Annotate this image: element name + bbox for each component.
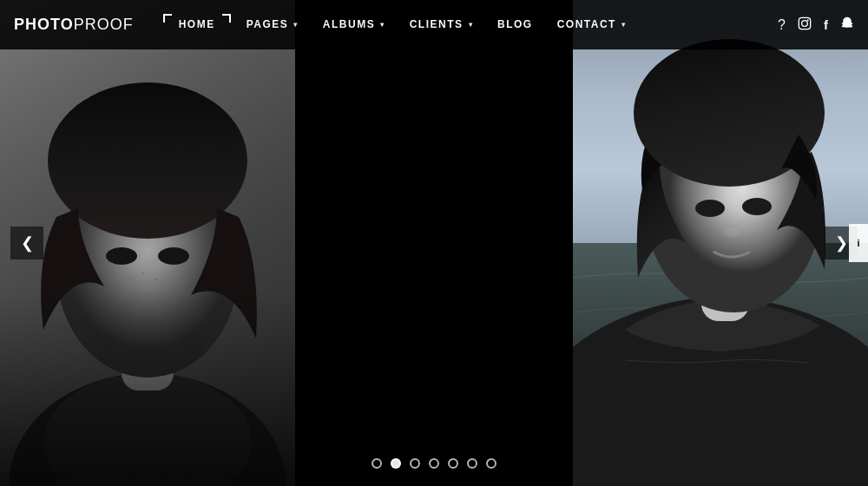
- slide-dot-3[interactable]: [410, 458, 420, 469]
- bracket-tr-icon: [222, 14, 231, 23]
- nav-item-blog[interactable]: BLOG: [485, 0, 545, 49]
- nav-label-contact: CONTACT: [557, 0, 616, 49]
- slide-dot-7[interactable]: [486, 458, 496, 469]
- center-black-panel: [295, 0, 573, 486]
- bracket-tl-icon: [163, 14, 172, 23]
- photo-right-svg: [573, 0, 868, 486]
- nav-label-clients: CLIENTS: [410, 0, 464, 49]
- nav-item-pages[interactable]: PAGES ▾: [234, 0, 311, 49]
- svg-point-23: [724, 228, 740, 237]
- nav-label-albums: ALBUMS: [323, 0, 375, 49]
- slideshow: ❮: [0, 0, 868, 486]
- question-icon[interactable]: ?: [778, 17, 786, 33]
- photo-left-svg: [0, 0, 295, 486]
- prev-arrow-icon: ❮: [21, 233, 34, 253]
- nav-item-contact[interactable]: CONTACT ▾: [545, 0, 639, 49]
- svg-point-2: [807, 19, 809, 21]
- photo-left: [0, 0, 295, 486]
- svg-point-22: [742, 198, 772, 215]
- nav-item-clients[interactable]: CLIENTS ▾: [398, 0, 485, 49]
- nav-item-home[interactable]: HOME: [160, 0, 234, 49]
- info-button[interactable]: i: [849, 224, 868, 262]
- slide-dot-2[interactable]: [391, 458, 401, 469]
- nav-links: HOME PAGES ▾ ALBUMS ▾ CLIENTS ▾ BLOG: [160, 0, 778, 49]
- nav-label-blog: BLOG: [497, 0, 533, 49]
- slide-panel-right: ❯ i: [573, 0, 868, 486]
- nav-link-albums[interactable]: ALBUMS ▾: [311, 0, 398, 49]
- chevron-down-icon-clients: ▾: [469, 0, 474, 49]
- nav-item-albums[interactable]: ALBUMS ▾: [311, 0, 398, 49]
- snapchat-icon[interactable]: [840, 16, 854, 33]
- nav-icons: ? f: [778, 16, 854, 33]
- svg-rect-15: [0, 0, 295, 486]
- slide-dot-1[interactable]: [372, 458, 382, 469]
- nav-label-pages: PAGES: [247, 0, 289, 49]
- instagram-icon[interactable]: [798, 16, 812, 33]
- nav-link-pages[interactable]: PAGES ▾: [234, 0, 311, 49]
- chevron-down-icon-albums: ▾: [380, 0, 385, 49]
- slide-dot-6[interactable]: [467, 458, 477, 469]
- next-arrow-icon: ❯: [835, 233, 848, 253]
- logo-photo: PHOTO: [14, 16, 74, 33]
- photo-right: [573, 0, 868, 486]
- nav-label-home: HOME: [172, 0, 222, 49]
- slide-dot-5[interactable]: [448, 458, 458, 469]
- chevron-down-icon-contact: ▾: [621, 0, 627, 49]
- nav-link-home[interactable]: HOME: [160, 0, 234, 49]
- nav-link-blog[interactable]: BLOG: [485, 0, 545, 49]
- logo-proof: PROOF: [74, 16, 134, 33]
- chevron-down-icon-pages: ▾: [293, 0, 299, 49]
- info-icon: i: [857, 238, 859, 248]
- logo[interactable]: PHOTOPROOF: [14, 16, 134, 34]
- navbar: PHOTOPROOF HOME PAGES ▾ ALBUMS ▾ CLIENTS: [0, 0, 868, 49]
- nav-link-contact[interactable]: CONTACT ▾: [545, 0, 639, 49]
- svg-rect-0: [799, 17, 810, 29]
- slide-panel-left: ❮: [0, 0, 295, 486]
- prev-arrow-button[interactable]: ❮: [10, 227, 43, 259]
- svg-point-21: [695, 200, 725, 217]
- slide-panel-center: [295, 0, 573, 486]
- slide-dots: [372, 458, 496, 469]
- svg-point-1: [802, 21, 808, 27]
- facebook-icon[interactable]: f: [824, 17, 828, 32]
- nav-link-clients[interactable]: CLIENTS ▾: [398, 0, 485, 49]
- slide-dot-4[interactable]: [429, 458, 439, 469]
